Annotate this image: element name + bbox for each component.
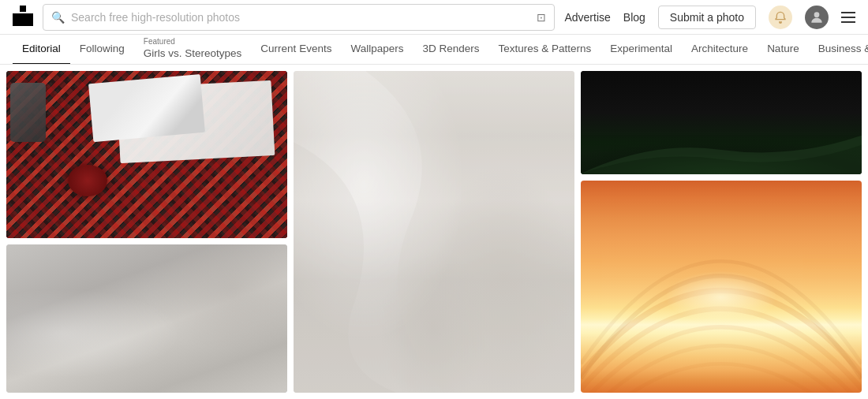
tab-girls-vs-stereotypes[interactable]: Featured Girls vs. Stereotypes xyxy=(134,35,252,65)
tab-nature[interactable]: Nature xyxy=(758,35,809,65)
submit-photo-button[interactable]: Submit a photo xyxy=(658,6,756,29)
tab-architecture[interactable]: Architecture xyxy=(682,35,758,65)
search-icon: 🔍 xyxy=(51,11,65,24)
notification-icon-button[interactable] xyxy=(769,6,792,29)
tab-textures-patterns[interactable]: Textures & Patterns xyxy=(488,35,600,65)
header-nav: Advertise Blog Submit a photo xyxy=(564,6,855,29)
tab-following[interactable]: Following xyxy=(70,35,134,65)
gallery-image-carpet[interactable] xyxy=(6,71,287,238)
advertise-link[interactable]: Advertise xyxy=(564,11,610,24)
tab-wallpapers[interactable]: Wallpapers xyxy=(341,35,413,65)
tab-experimental[interactable]: Experimental xyxy=(600,35,682,65)
search-bar[interactable]: 🔍 ⊡ xyxy=(43,4,555,31)
tab-business-work[interactable]: Business & Work xyxy=(809,35,868,65)
search-input[interactable] xyxy=(71,11,530,24)
nav-tabs: Editorial Following Featured Girls vs. S… xyxy=(0,35,868,65)
tab-editorial[interactable]: Editorial xyxy=(13,35,70,65)
user-avatar[interactable] xyxy=(805,6,829,29)
tab-current-events[interactable]: Current Events xyxy=(251,35,341,65)
hamburger-menu-button[interactable] xyxy=(841,12,855,23)
gallery-col-2 xyxy=(294,71,574,393)
gallery-col-3 xyxy=(581,71,862,393)
gallery-image-white-abstract[interactable] xyxy=(294,71,574,393)
camera-search-icon[interactable]: ⊡ xyxy=(537,11,546,24)
tab-3d-renders[interactable]: 3D Renders xyxy=(413,35,488,65)
unsplash-logo[interactable] xyxy=(13,6,33,29)
gallery-image-black-green[interactable] xyxy=(581,71,862,174)
gallery-col-1 xyxy=(6,71,287,393)
header: 🔍 ⊡ Advertise Blog Submit a photo xyxy=(0,0,868,35)
svg-point-1 xyxy=(814,12,820,17)
gallery-image-orange-gradient[interactable] xyxy=(581,181,862,393)
svg-rect-0 xyxy=(20,13,26,26)
gallery xyxy=(0,65,868,399)
gallery-image-grey-abstract[interactable] xyxy=(6,244,287,393)
blog-link[interactable]: Blog xyxy=(623,11,645,24)
